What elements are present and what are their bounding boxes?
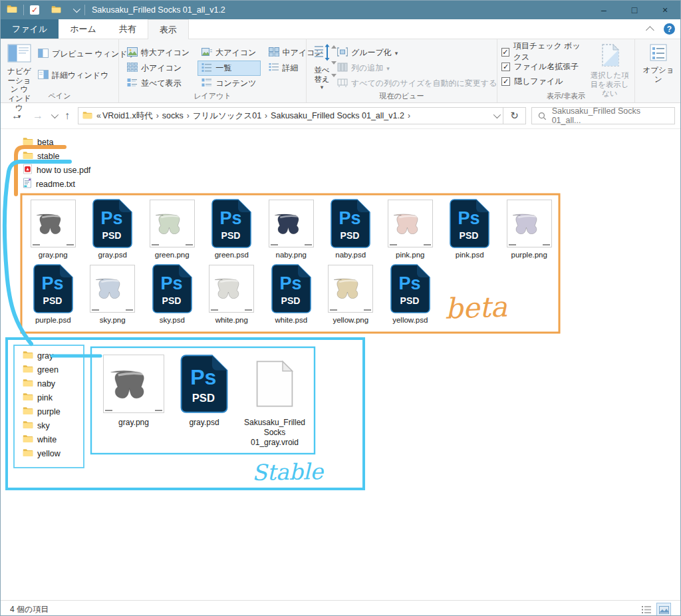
file-item[interactable]: Ps PSDpink.psd — [440, 198, 500, 260]
file-item[interactable]: pink.png — [380, 198, 440, 260]
file-item[interactable]: gray.png — [100, 353, 167, 448]
list-item[interactable]: beta — [23, 135, 90, 149]
breadcrumb-segment[interactable]: socks — [162, 111, 184, 120]
hide-selected-items-button[interactable]: 選択した項目を表示しない — [588, 43, 632, 92]
window-folder-icon[interactable] — [1, 1, 23, 19]
preview-pane-icon — [38, 49, 49, 60]
folder-item[interactable]: green — [23, 363, 61, 377]
file-item[interactable]: Ps PSDyellow.psd — [380, 263, 440, 325]
tab-share[interactable]: 共有 — [108, 19, 148, 39]
svg-text:PSD: PSD — [281, 295, 300, 306]
breadcrumb-segment[interactable]: フリルソックス01 — [193, 111, 261, 120]
item-check-boxes-checkbox[interactable]: ✓ 項目チェック ボックス — [501, 45, 587, 59]
file-item[interactable]: green.png — [142, 198, 202, 260]
folder-icon — [23, 406, 33, 417]
file-item[interactable]: Ps PSDgray.psd — [171, 353, 237, 448]
file-item[interactable]: purple.png — [499, 198, 559, 260]
list-item[interactable]: readme.txt — [23, 177, 90, 191]
details-view-label: 詳細 — [283, 63, 299, 74]
breadcrumb-separator-icon[interactable]: › — [404, 111, 414, 120]
properties-check-icon[interactable]: ✓ — [24, 1, 45, 19]
file-item[interactable]: Ps PSDsky.psd — [142, 263, 202, 325]
folder-item[interactable]: purple — [23, 404, 61, 418]
folder-icon — [23, 351, 33, 361]
qat-customize-chevron-icon[interactable] — [67, 1, 84, 19]
new-folder-icon[interactable] — [45, 1, 67, 19]
breadcrumb-segment[interactable]: Sakusaku_Frilled Socks 01_all_v1.2 — [271, 111, 404, 120]
list-item[interactable]: stable — [23, 149, 90, 163]
dropdown-caret-icon: ▾ — [321, 84, 324, 91]
tab-file[interactable]: ファイル — [1, 19, 59, 39]
file-item[interactable]: gray.png — [23, 198, 83, 260]
search-box[interactable]: Sakusaku_Frilled Socks 01_all... — [531, 107, 675, 124]
breadcrumb-separator-icon[interactable]: › — [153, 111, 162, 120]
view-content[interactable]: コンテンツ — [198, 76, 260, 91]
breadcrumb-separator-icon[interactable]: › — [184, 111, 193, 120]
group-by-button[interactable]: グループ化 ▾ — [333, 45, 501, 61]
extra-large-icons-label: 特大アイコン — [141, 47, 190, 59]
add-columns-button[interactable]: 列の追加 ▾ — [333, 61, 501, 76]
folder-item[interactable]: sky — [23, 418, 61, 432]
thumbnail-view-toggle[interactable] — [656, 603, 671, 616]
folder-item[interactable]: white — [23, 432, 61, 446]
file-item[interactable]: Ps PSDgray.psd — [83, 198, 143, 260]
vroid-icon — [255, 353, 294, 415]
file-item[interactable]: Ps PSDwhite.psd — [261, 263, 321, 325]
add-columns-icon — [337, 63, 348, 74]
recent-locations-chevron-icon[interactable] — [49, 112, 59, 120]
file-item[interactable]: Sakusaku_Frilled Socks 01_gray.vroid — [241, 353, 308, 448]
minimize-button[interactable]: – — [589, 1, 619, 19]
file-item[interactable]: Ps PSDnaby.psd — [321, 198, 381, 260]
view-extra-large-icons[interactable]: 特大アイコン — [123, 45, 194, 61]
address-bar[interactable]: « VRoid1.x時代›socks›フリルソックス01›Sakusaku_Fr… — [78, 107, 503, 124]
tab-view[interactable]: 表示 — [148, 19, 189, 39]
breadcrumb-segment[interactable]: VRoid1.x時代 — [102, 111, 153, 120]
file-item[interactable]: Ps PSDgreen.psd — [202, 198, 262, 260]
file-name: naby.psd — [335, 251, 366, 260]
svg-text:Ps: Ps — [41, 273, 63, 293]
file-item[interactable]: white.png — [202, 263, 262, 325]
search-input[interactable]: Sakusaku_Frilled Socks 01_all... — [552, 106, 668, 125]
view-tiles[interactable]: 並べて表示 — [123, 76, 194, 91]
breadcrumb-separator-icon[interactable]: › — [261, 111, 271, 120]
file-item[interactable]: yellow.png — [321, 263, 381, 325]
folder-item[interactable]: naby — [23, 377, 61, 390]
view-large-icons[interactable]: 大アイコン — [198, 45, 260, 61]
folder-name: gray — [37, 351, 53, 361]
sort-by-button[interactable]: 並べ替え ▾ — [311, 43, 333, 92]
view-small-icons[interactable]: 小アイコン — [123, 61, 194, 76]
view-list[interactable]: 一覧 — [198, 61, 260, 76]
file-name-extensions-checkbox[interactable]: ✓ ファイル名拡張子 — [501, 59, 587, 74]
tab-home[interactable]: ホーム — [59, 19, 108, 39]
close-button[interactable]: × — [650, 1, 680, 19]
folder-icon — [23, 365, 33, 375]
folder-item[interactable]: yellow — [23, 446, 61, 460]
navigation-pane-button[interactable]: ナビゲーション ウィンドウ ▾ — [5, 43, 34, 92]
folder-item[interactable]: pink — [23, 390, 61, 404]
folder-name: sky — [37, 421, 50, 430]
size-all-columns-button[interactable]: すべての列のサイズを自動的に変更する — [333, 76, 501, 91]
collapse-ribbon-icon[interactable] — [646, 26, 654, 35]
file-item[interactable]: Ps PSDpurple.psd — [23, 263, 83, 325]
list-view-toggle[interactable] — [639, 603, 654, 616]
maximize-button[interactable]: □ — [619, 1, 650, 19]
address-dropdown-chevron-icon[interactable] — [493, 111, 499, 120]
list-item[interactable]: how to use.pdf — [23, 163, 90, 177]
options-button[interactable]: オプション — [639, 43, 678, 92]
size-all-columns-icon — [337, 78, 348, 89]
refresh-button[interactable]: ↻ — [503, 107, 526, 124]
folder-item[interactable]: gray — [23, 349, 61, 363]
breadcrumb-overflow[interactable]: « — [96, 111, 101, 120]
breadcrumb: VRoid1.x時代›socks›フリルソックス01›Sakusaku_Fril… — [102, 110, 414, 122]
up-button[interactable]: ↑ — [59, 110, 75, 122]
help-icon[interactable]: ? — [664, 23, 675, 35]
svg-text:PSD: PSD — [340, 230, 360, 241]
psd-icon: Ps PSD — [92, 198, 132, 249]
details-pane-icon — [38, 70, 49, 81]
file-item[interactable]: sky.png — [83, 263, 143, 325]
folder-name: green — [37, 365, 59, 375]
file-item[interactable]: naby.png — [261, 198, 321, 260]
hidden-items-checkbox[interactable]: ✓ 隠しファイル — [501, 74, 587, 88]
ribbon-group-current-view: 並べ替え ▾ グループ化 ▾ 列の追加 ▾ すべての列のサイズを自動的に変更する… — [307, 39, 497, 102]
hide-selected-items-icon — [600, 44, 620, 69]
